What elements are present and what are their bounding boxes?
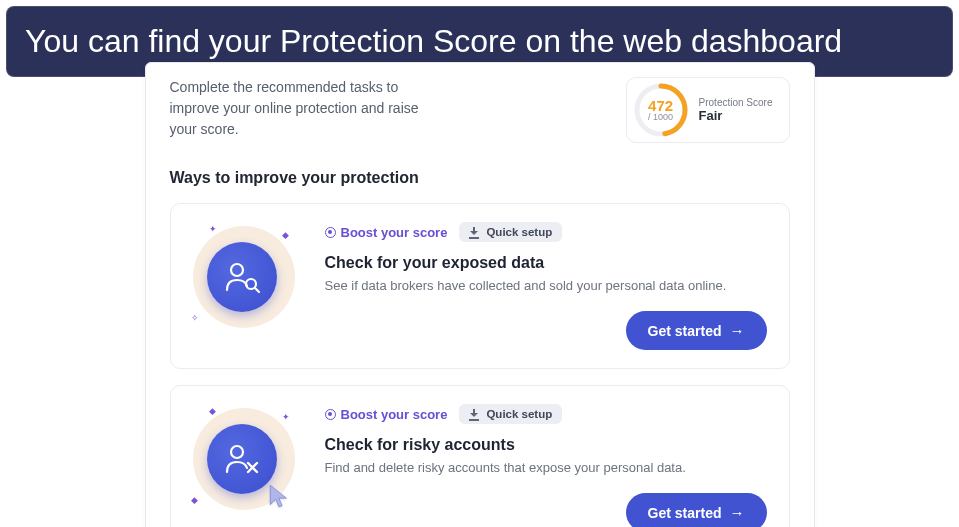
card-illustration: ✦ ◆ ✧ — [189, 222, 299, 332]
score-label: Protection Score — [699, 97, 773, 108]
pill-label: Quick setup — [486, 408, 552, 420]
boost-score-tag: Boost your score — [325, 407, 448, 422]
card-description: See if data brokers have collected and s… — [325, 278, 767, 293]
card-title: Check for risky accounts — [325, 436, 767, 454]
profile-delete-icon — [221, 438, 263, 480]
get-started-button[interactable]: Get started → — [626, 493, 767, 527]
card-body: Boost your score Quick setup Check for r… — [325, 404, 767, 527]
button-label: Get started — [648, 323, 722, 339]
get-started-button[interactable]: Get started → — [626, 311, 767, 350]
profile-search-icon — [221, 256, 263, 298]
score-gauge-icon: 472 / 1000 — [633, 82, 689, 138]
arrow-right-icon: → — [730, 504, 745, 521]
improvement-card: ◆ ✦ ◆ Boost your score — [170, 385, 790, 527]
intro-text: Complete the recommended tasks to improv… — [170, 77, 430, 140]
pill-label: Quick setup — [486, 226, 552, 238]
card-illustration: ◆ ✦ ◆ — [189, 404, 299, 514]
protection-score-widget[interactable]: 472 / 1000 Protection Score Fair — [626, 77, 790, 143]
svg-point-2 — [231, 264, 243, 276]
svg-line-4 — [255, 288, 259, 292]
score-max: / 1000 — [648, 113, 673, 122]
sparkle-icon: ◆ — [209, 406, 216, 413]
cursor-icon — [267, 483, 293, 509]
download-icon — [469, 227, 480, 238]
card-description: Find and delete risky accounts that expo… — [325, 460, 767, 475]
section-heading: Ways to improve your protection — [170, 169, 790, 187]
card-title: Check for your exposed data — [325, 254, 767, 272]
quick-setup-pill: Quick setup — [459, 222, 562, 242]
sparkle-icon: ◆ — [282, 230, 289, 237]
target-icon — [325, 409, 336, 420]
target-icon — [325, 227, 336, 238]
svg-point-5 — [231, 446, 243, 458]
boost-score-tag: Boost your score — [325, 225, 448, 240]
top-row: Complete the recommended tasks to improv… — [170, 63, 790, 143]
sparkle-icon: ◆ — [191, 495, 198, 502]
boost-label: Boost your score — [341, 407, 448, 422]
banner-text: You can find your Protection Score on th… — [25, 23, 842, 59]
sparkle-icon: ✦ — [282, 412, 289, 419]
download-icon — [469, 409, 480, 420]
score-rating: Fair — [699, 108, 773, 123]
card-body: Boost your score Quick setup Check for y… — [325, 222, 767, 350]
improvement-card: ✦ ◆ ✧ Boost your score Qui — [170, 203, 790, 369]
button-label: Get started — [648, 505, 722, 521]
score-value: 472 — [648, 98, 673, 113]
sparkle-icon: ✧ — [191, 313, 198, 320]
arrow-right-icon: → — [730, 322, 745, 339]
sparkle-icon: ✦ — [209, 224, 216, 231]
quick-setup-pill: Quick setup — [459, 404, 562, 424]
dashboard-container: Complete the recommended tasks to improv… — [145, 62, 815, 527]
boost-label: Boost your score — [341, 225, 448, 240]
